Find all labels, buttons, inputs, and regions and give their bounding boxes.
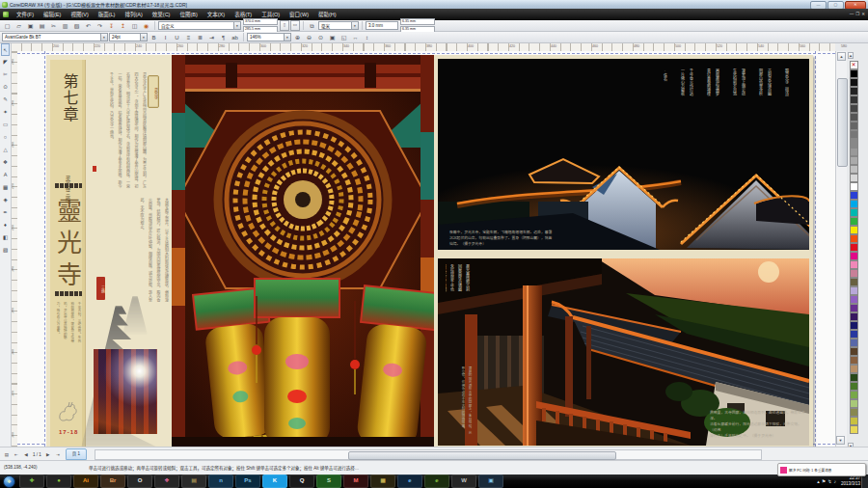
italic-button[interactable]: I — [160, 33, 171, 42]
color-swatch-39[interactable] — [850, 399, 858, 408]
open-icon[interactable]: ▱ — [14, 21, 24, 31]
cut-icon[interactable]: ✂ — [48, 21, 59, 31]
edit-text-icon[interactable]: ab — [230, 33, 240, 42]
zoom-page-icon[interactable]: ◱ — [339, 33, 349, 42]
color-swatch-4[interactable] — [850, 95, 858, 104]
action-center-balloon[interactable]: 解决 PC 问题: 1 条重要消息 — [777, 463, 866, 476]
page-right-spread[interactable]: 题灵光寺（组诗） 古刹灵光境自幽 阴那山色翠含秋 菠萝顶上烟云绕 生死柏前岁月悠… — [434, 55, 813, 447]
prev-page-button[interactable]: ◀ — [21, 449, 31, 460]
menu-3[interactable]: 视图(V) — [66, 9, 93, 20]
page-tab[interactable]: 页 1 — [66, 448, 87, 460]
align-icon[interactable]: ≡ — [183, 33, 194, 42]
horizontal-scrollbar[interactable] — [95, 449, 762, 460]
shape-tool[interactable]: ◤ — [1, 56, 10, 68]
drop-cap-icon[interactable]: ¶ — [218, 33, 229, 42]
save-icon[interactable]: ▣ — [25, 21, 36, 31]
taskbar-app-3[interactable]: Ai — [73, 474, 98, 488]
last-page-button[interactable]: ⇥ — [53, 449, 63, 460]
menu-7[interactable]: 位图(B) — [175, 9, 202, 20]
doc-window-control-2[interactable]: ❐ — [855, 9, 859, 20]
indent-icon[interactable]: ⇥ — [206, 33, 217, 42]
taskbar-app-1[interactable]: ✚ — [19, 474, 44, 488]
print-icon[interactable]: ▤ — [37, 21, 47, 31]
scroll-up-icon[interactable]: ▲ — [837, 52, 846, 61]
bold-button[interactable]: B — [149, 33, 159, 42]
color-swatch-6[interactable] — [850, 113, 858, 122]
vertical-scroll-thumb[interactable] — [837, 78, 848, 167]
page-sorter-icon[interactable]: ▤ — [2, 449, 12, 460]
photo-spiral-caisson-ceiling[interactable] — [172, 55, 434, 447]
start-button[interactable]: ❖ — [3, 475, 15, 488]
taskbar-app-18[interactable]: ▣ — [478, 474, 503, 488]
duplicate-x-field[interactable]: 6.35 mm — [400, 18, 435, 25]
color-swatch-13[interactable] — [850, 174, 858, 182]
underline-button[interactable]: U — [172, 33, 182, 42]
font-select[interactable]: AvantGarde Bk BT▾ — [2, 33, 108, 41]
taskbar-app-14[interactable]: ▦ — [370, 474, 395, 488]
color-swatch-33[interactable] — [850, 347, 858, 356]
taskbar-app-7[interactable]: ▤ — [181, 474, 206, 488]
app-launcher-icon[interactable]: ◫ — [129, 21, 140, 31]
color-swatch-3[interactable] — [850, 87, 858, 95]
color-swatch-29[interactable] — [850, 312, 858, 321]
taskbar-app-15[interactable]: e — [397, 474, 422, 488]
doc-window-control-1[interactable]: — — [850, 9, 854, 20]
zoom-width-icon[interactable]: ↔ — [350, 33, 361, 42]
color-swatch-23[interactable] — [850, 260, 858, 269]
taskbar-clock[interactable]: 22:37 2013/3/13 — [841, 475, 860, 487]
all-pages-icon[interactable]: ⧉ — [307, 21, 317, 31]
menu-11[interactable]: 窗口(W) — [285, 9, 313, 20]
vertical-scrollbar[interactable]: ▲ ▼ — [835, 51, 847, 447]
crop-tool[interactable]: ✂ — [1, 68, 10, 81]
taskbar-app-6[interactable]: ❖ — [154, 474, 179, 488]
color-swatch-28[interactable] — [850, 304, 858, 312]
taskbar-app-17[interactable]: W — [451, 474, 476, 488]
undo-icon[interactable]: ↶ — [83, 21, 94, 31]
color-swatch-22[interactable] — [850, 252, 858, 260]
color-swatch-14[interactable] — [850, 182, 858, 191]
network-icon[interactable]: ↯ — [827, 478, 831, 484]
menu-5[interactable]: 排列(A) — [120, 9, 147, 20]
color-swatch-10[interactable] — [850, 148, 858, 156]
color-swatch-40[interactable] — [850, 408, 858, 417]
hidden-icons-button[interactable]: ▴ — [817, 478, 820, 484]
import-icon[interactable]: ↧ — [106, 21, 117, 31]
volume-icon[interactable]: ♪ — [833, 478, 836, 484]
taskbar-app-12[interactable]: S — [316, 474, 341, 488]
photo-temple-interior-night[interactable] — [94, 349, 157, 434]
first-page-button[interactable]: ⇤ — [12, 449, 21, 460]
color-swatch-21[interactable] — [850, 243, 858, 252]
taskbar-app-16[interactable]: e — [424, 474, 449, 488]
page-left-spread[interactable]: 第七章 灵光寺三绝 靈 光 寺 千年古刹，三绝传奇。生死柏前观荣枯，菠萝顶下悟禅… — [46, 55, 434, 447]
photo-temple-corridor-dawn[interactable]: 晨光熹微照古刹 回廊曲径自通幽 朱柱斑驳千年色 青瓦无言岁月稠 清晨的阳光洒在古… — [438, 258, 809, 446]
color-swatch-26[interactable] — [850, 286, 858, 295]
taskbar-app-5[interactable]: O — [127, 474, 152, 488]
table-tool[interactable]: ▦ — [1, 181, 10, 194]
color-swatch-41[interactable] — [850, 417, 858, 425]
zoom-out-icon[interactable]: ⊖ — [304, 33, 314, 42]
color-swatch-7[interactable] — [850, 122, 858, 130]
color-swatch-32[interactable] — [850, 339, 858, 347]
taskbar-app-4[interactable]: Br — [100, 474, 125, 488]
text-tool[interactable]: A — [1, 169, 10, 181]
taskbar-app-10[interactable]: K — [262, 474, 287, 488]
color-swatch-30[interactable] — [850, 321, 858, 330]
units-select[interactable]: 毫米▾ — [318, 21, 359, 30]
color-swatch-11[interactable] — [850, 156, 858, 165]
taskbar-app-8[interactable]: n — [208, 474, 233, 488]
copy-icon[interactable]: ▥ — [60, 21, 70, 31]
corel-online-icon[interactable]: ◉ — [141, 21, 151, 31]
horizontal-scroll-thumb[interactable] — [348, 451, 616, 460]
outline-pen-tool[interactable]: ♦ — [1, 219, 10, 231]
freehand-tool[interactable]: ✎ — [1, 94, 10, 106]
menu-1[interactable]: 文件(F) — [12, 9, 39, 20]
color-swatch-25[interactable] — [850, 278, 858, 286]
show-desktop-button[interactable] — [861, 474, 868, 488]
guideline-left[interactable] — [44, 51, 45, 447]
zoom-selected-icon[interactable]: ⊙ — [315, 33, 326, 42]
rectangle-tool[interactable]: ▭ — [1, 119, 10, 131]
blend-tool[interactable]: ◈ — [1, 194, 10, 206]
color-swatch-24[interactable] — [850, 269, 858, 278]
zoom-all-icon[interactable]: ▣ — [327, 33, 338, 42]
menu-8[interactable]: 文本(X) — [203, 9, 230, 20]
